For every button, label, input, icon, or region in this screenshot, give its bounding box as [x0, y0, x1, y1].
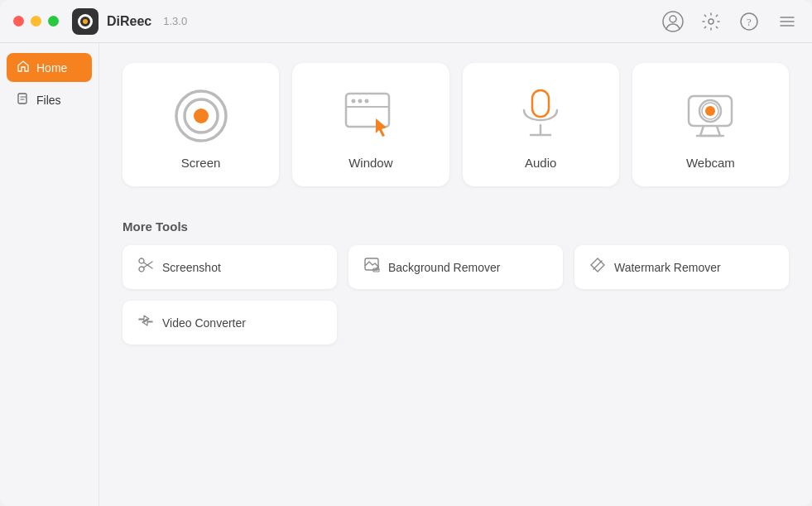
svg-point-13 — [351, 99, 355, 104]
background-remover-label: Background Remover — [388, 261, 500, 274]
audio-card-label: Audio — [525, 156, 556, 170]
watermark-remover-tool[interactable]: Watermark Remover — [574, 245, 789, 289]
recording-cards-grid: Screen — [123, 63, 789, 186]
svg-line-31 — [593, 261, 602, 269]
sidebar: Home Files — [0, 43, 99, 506]
home-icon — [17, 60, 30, 75]
window-card-label: Window — [348, 156, 392, 170]
files-icon — [17, 92, 30, 108]
svg-line-28 — [144, 262, 153, 267]
svg-rect-17 — [532, 90, 549, 117]
svg-point-2 — [709, 19, 714, 24]
screenshot-icon — [137, 257, 154, 277]
account-icon[interactable] — [661, 10, 685, 33]
help-icon[interactable]: ? — [738, 10, 761, 33]
background-remover-tool[interactable]: Background Remover — [348, 245, 563, 289]
window-card[interactable]: Window — [292, 63, 449, 186]
svg-text:?: ? — [747, 16, 752, 28]
svg-point-14 — [358, 99, 362, 104]
svg-point-11 — [194, 108, 209, 123]
video-converter-icon — [137, 312, 154, 333]
app-name: DiReec — [107, 14, 151, 29]
webcam-card-icon — [680, 86, 740, 146]
sidebar-home-label: Home — [36, 61, 67, 75]
sidebar-item-files[interactable]: Files — [7, 85, 92, 114]
more-tools-section: More Tools Scre — [123, 219, 789, 345]
sidebar-item-home[interactable]: Home — [7, 53, 92, 82]
titlebar-icons: ? — [661, 10, 799, 33]
background-remover-icon — [363, 257, 380, 277]
screenshot-label: Screenshot — [162, 261, 221, 274]
screenshot-tool[interactable]: Screenshot — [123, 245, 337, 289]
sidebar-files-label: Files — [36, 94, 61, 107]
minimize-button[interactable] — [31, 16, 41, 27]
app-icon-dot — [83, 19, 88, 24]
content-area: Screen — [99, 43, 812, 506]
audio-card[interactable]: Audio — [463, 63, 619, 186]
close-button[interactable] — [13, 16, 24, 27]
window-card-icon — [341, 86, 401, 146]
svg-rect-8 — [18, 94, 26, 104]
svg-point-22 — [705, 106, 715, 116]
webcam-card-label: Webcam — [686, 156, 735, 170]
watermark-remover-label: Watermark Remover — [614, 261, 721, 274]
svg-point-1 — [670, 16, 676, 22]
maximize-button[interactable] — [48, 16, 59, 27]
menu-icon[interactable] — [776, 10, 799, 33]
app-window: DiReec 1.3.0 — [0, 0, 812, 506]
svg-point-15 — [364, 99, 368, 104]
more-tools-title: More Tools — [123, 219, 789, 234]
audio-card-icon — [511, 86, 570, 146]
settings-icon[interactable] — [699, 10, 723, 33]
screen-card-label: Screen — [181, 156, 221, 170]
app-logo: DiReec 1.3.0 — [72, 8, 187, 35]
app-icon-ring — [78, 14, 93, 29]
watermark-remover-icon — [589, 257, 606, 277]
app-icon — [72, 8, 98, 35]
screen-card[interactable]: Screen — [123, 63, 279, 186]
titlebar: DiReec 1.3.0 — [0, 0, 812, 43]
svg-rect-12 — [346, 94, 389, 127]
svg-line-27 — [144, 263, 153, 268]
screen-card-icon — [171, 86, 231, 146]
tools-grid: Screenshot Ba — [123, 245, 789, 345]
video-converter-label: Video Converter — [162, 316, 246, 330]
main-layout: Home Files — [0, 43, 812, 506]
video-converter-tool[interactable]: Video Converter — [123, 301, 337, 345]
traffic-lights — [13, 16, 59, 27]
webcam-card[interactable]: Webcam — [632, 63, 789, 186]
app-version: 1.3.0 — [163, 15, 187, 27]
